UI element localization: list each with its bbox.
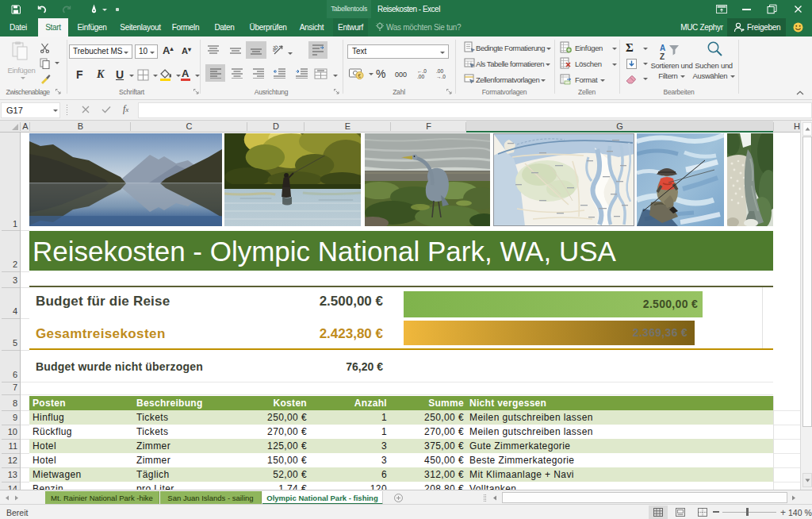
svg-text:←.0: ←.0 bbox=[417, 68, 427, 74]
svg-text:→.0: →.0 bbox=[436, 74, 446, 79]
svg-text:€: € bbox=[358, 73, 362, 79]
svg-text:.00: .00 bbox=[436, 68, 443, 74]
svg-text:.00: .00 bbox=[417, 74, 424, 79]
svg-text:Z: Z bbox=[660, 52, 665, 60]
svg-text:A: A bbox=[660, 44, 665, 52]
